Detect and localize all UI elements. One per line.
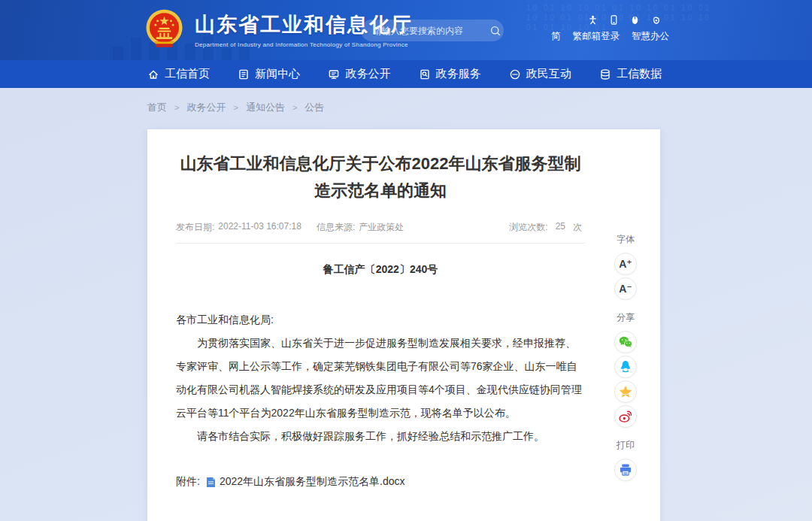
site-name-en: Department of Industry and Information T… bbox=[195, 41, 413, 48]
nav-label: 政民互动 bbox=[526, 67, 571, 81]
breadcrumb-notices[interactable]: 通知公告 bbox=[246, 101, 285, 114]
nav-label: 工信首页 bbox=[165, 67, 210, 81]
views-count: 25 bbox=[556, 221, 565, 234]
mouse-icon[interactable] bbox=[630, 15, 640, 25]
news-icon bbox=[238, 68, 250, 80]
home-icon bbox=[147, 68, 159, 80]
font-decrease-button[interactable]: A⁻ bbox=[614, 277, 637, 300]
nav-item-gov-services[interactable]: 政务服务 bbox=[419, 67, 481, 81]
breadcrumb: 首页 > 政务公开 > 通知公告 > 公告 bbox=[147, 100, 812, 115]
nav-label: 政务公开 bbox=[345, 67, 390, 81]
breadcrumb-separator: > bbox=[292, 103, 297, 112]
page-body: 首页 > 政务公开 > 通知公告 > 公告 山东省工业和信息化厅关于公布2022… bbox=[0, 88, 812, 521]
font-increase-button[interactable]: A⁺ bbox=[614, 253, 637, 275]
share-label: 分享 bbox=[617, 311, 635, 324]
nav-item-data[interactable]: 工信数据 bbox=[599, 67, 662, 81]
mobile-icon[interactable] bbox=[609, 15, 619, 25]
attachment-row: 附件: 2022年山东省服务型制造示范名单.docx bbox=[176, 475, 585, 489]
nav-item-home[interactable]: 工信首页 bbox=[147, 67, 210, 81]
paragraph: 请各市结合实际，积极做好跟踪服务工作，抓好经验总结和示范推广工作。 bbox=[176, 425, 585, 448]
source-label: 信息来源: bbox=[317, 221, 355, 234]
article-card: 山东省工业和信息化厅关于公布2022年山东省服务型制造示范名单的通知 发布日期:… bbox=[147, 129, 660, 521]
paragraph: 为贯彻落实国家、山东省关于进一步促进服务型制造发展相关要求，经申报推荐、专家评审… bbox=[176, 332, 585, 425]
nav-label: 工信数据 bbox=[617, 67, 662, 81]
share-wechat-button[interactable] bbox=[614, 331, 637, 353]
accessibility-icon[interactable] bbox=[588, 15, 598, 25]
publish-date-value: 2022-11-03 16:07:18 bbox=[218, 221, 301, 234]
salutation: 各市工业和信息化局: bbox=[176, 308, 585, 332]
attachment-label: 附件: bbox=[176, 475, 200, 489]
hand-icon[interactable] bbox=[651, 15, 661, 25]
divider bbox=[176, 243, 585, 244]
nav-item-news[interactable]: 新闻中心 bbox=[238, 67, 300, 81]
print-button[interactable] bbox=[614, 459, 637, 481]
views-unit: 次 bbox=[573, 221, 582, 234]
doc-file-icon bbox=[206, 477, 216, 488]
print-label: 打印 bbox=[617, 439, 635, 452]
breadcrumb-separator: > bbox=[233, 103, 238, 112]
signature-org: 山东省工业和信息化厅 bbox=[176, 517, 546, 521]
nav-item-gov-disclosure[interactable]: 政务公开 bbox=[328, 67, 390, 81]
views-label: 浏览次数: bbox=[509, 221, 547, 234]
qq-icon bbox=[618, 359, 633, 374]
site-header: 10 01 10 10 01 01 10 10 01 10 01 10 10 0… bbox=[0, 0, 812, 60]
monitor-icon bbox=[328, 68, 340, 80]
signature-block: 山东省工业和信息化厅 2022年11月2日 bbox=[176, 517, 585, 521]
service-icon bbox=[419, 68, 431, 80]
nav-label: 新闻中心 bbox=[255, 67, 300, 81]
header-utilities: 简 繁 邮箱登录 智慧办公 bbox=[551, 15, 662, 43]
national-emblem-icon bbox=[143, 8, 186, 51]
tool-rail: 字体 A⁺ A⁻ 分享 bbox=[601, 233, 650, 483]
breadcrumb-announcement[interactable]: 公告 bbox=[304, 101, 324, 114]
search-icon[interactable] bbox=[489, 25, 501, 37]
wechat-icon bbox=[618, 335, 633, 350]
printer-icon bbox=[618, 462, 633, 477]
article-meta: 发布日期: 2022-11-03 16:07:18 信息来源: 产业政策处 浏览… bbox=[176, 221, 585, 234]
page: 10 01 10 10 01 01 10 10 01 10 01 10 10 0… bbox=[0, 0, 812, 521]
qzone-star-icon bbox=[618, 384, 633, 399]
weibo-icon bbox=[618, 409, 633, 424]
lang-traditional[interactable]: 繁 bbox=[573, 30, 583, 43]
breadcrumb-gov-disclosure[interactable]: 政务公开 bbox=[186, 101, 226, 114]
publish-date-label: 发布日期: bbox=[176, 221, 214, 234]
smart-office-link[interactable]: 智慧办公 bbox=[632, 30, 669, 43]
nav-item-interaction[interactable]: 政民互动 bbox=[509, 67, 571, 81]
document-number: 鲁工信产〔2022〕240号 bbox=[176, 263, 585, 277]
article-body: 各市工业和信息化局: 为贯彻落实国家、山东省关于进一步促进服务型制造发展相关要求… bbox=[176, 308, 585, 448]
breadcrumb-separator: > bbox=[174, 103, 179, 112]
share-weibo-button[interactable] bbox=[614, 405, 637, 428]
attachment-link[interactable]: 2022年山东省服务型制造示范名单.docx bbox=[220, 475, 405, 489]
article-title: 山东省工业和信息化厅关于公布2022年山东省服务型制造示范名单的通知 bbox=[176, 150, 585, 204]
search-box[interactable] bbox=[361, 20, 504, 41]
search-input[interactable] bbox=[373, 26, 489, 36]
breadcrumb-home[interactable]: 首页 bbox=[147, 101, 167, 114]
chat-icon bbox=[509, 68, 521, 80]
mail-login-link[interactable]: 邮箱登录 bbox=[582, 30, 620, 43]
share-qzone-button[interactable] bbox=[614, 380, 637, 403]
lang-simplified[interactable]: 简 bbox=[551, 30, 561, 43]
source-value: 产业政策处 bbox=[359, 221, 404, 234]
database-icon bbox=[599, 68, 611, 80]
nav-label: 政务服务 bbox=[436, 67, 481, 81]
main-nav: 工信首页 新闻中心 政务公开 bbox=[0, 60, 812, 88]
share-qq-button[interactable] bbox=[614, 356, 637, 378]
font-size-label: 字体 bbox=[617, 233, 635, 246]
